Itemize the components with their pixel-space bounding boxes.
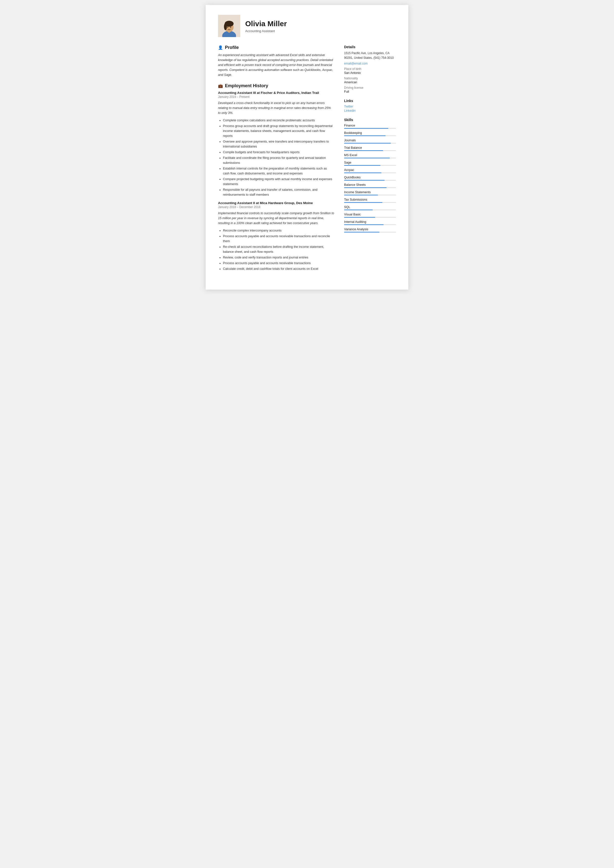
- skill-trial-balance: Trial Balance: [344, 146, 396, 151]
- list-item: Process accounts payable and accounts re…: [223, 261, 334, 266]
- skill-bar-bg: [344, 187, 396, 188]
- job-2: Accounting Assistant II at Mica Hardware…: [218, 201, 334, 271]
- skill-bar-fill: [344, 187, 387, 188]
- place-of-birth-label: Place of birth: [344, 67, 396, 71]
- skill-bar-bg: [344, 224, 396, 225]
- list-item: Oversee and approve payments, wire trans…: [223, 139, 334, 149]
- skill-bookkeeping: Bookkeeping: [344, 131, 396, 136]
- header-text: Olivia Miller Accounting Assistant: [245, 19, 287, 33]
- skill-sql: SQL: [344, 205, 396, 210]
- place-of-birth-value: San Antonio: [344, 71, 396, 74]
- list-item: Facilitate and coordinate the filing pro…: [223, 155, 334, 165]
- list-item: Process group accounts and draft group s…: [223, 124, 334, 138]
- details-title: Details: [344, 45, 396, 49]
- job-2-description: Implemented financial controls to succes…: [218, 211, 334, 226]
- skill-bar-bg: [344, 202, 396, 203]
- skill-bar-fill: [344, 158, 390, 158]
- detail-email: email@email.com: [344, 62, 396, 65]
- job-1: Accounting Assistant III at Fischer & Pr…: [218, 91, 334, 197]
- skill-journals: Journals: [344, 139, 396, 144]
- list-item: Process accounts payable and accounts re…: [223, 234, 334, 243]
- profile-icon: 👤: [218, 45, 223, 50]
- job-2-dates: January 2018 – December 2018: [218, 205, 334, 209]
- svg-point-8: [230, 27, 231, 28]
- skill-bar-fill: [344, 209, 373, 210]
- skill-bar-bg: [344, 135, 396, 136]
- skill-accpac: Accpac: [344, 168, 396, 173]
- skill-bar-bg: [344, 209, 396, 210]
- driving-license-label: Driving license: [344, 86, 396, 90]
- skill-bar-bg: [344, 172, 396, 173]
- svg-point-7: [227, 27, 228, 28]
- list-item: Compile budgets and forecasts for headqu…: [223, 150, 334, 155]
- skills-section: Skills Finance Bookkeeping Journals Tria…: [344, 118, 396, 232]
- resume-page: Olivia Miller Accounting Assistant 👤 Pro…: [206, 5, 408, 290]
- skill-bar-fill: [344, 165, 381, 166]
- skill-bar-fill: [344, 172, 381, 173]
- skill-bar-fill: [344, 217, 375, 218]
- list-item: Re-check all account reconciliations bef…: [223, 244, 334, 254]
- list-item: Establish internal controls for the prep…: [223, 166, 334, 176]
- skill-balance-sheets: Balance Sheets: [344, 183, 396, 188]
- profile-text: An experienced accounting assistant with…: [218, 53, 334, 78]
- skill-bar-bg: [344, 217, 396, 218]
- right-column: Details 1515 Pacific Ave, Los Angeles, C…: [344, 45, 396, 277]
- skill-quickbooks: QuickBooks: [344, 176, 396, 181]
- skill-bar-fill: [344, 180, 385, 181]
- skill-visual-basic: Visual Basic: [344, 213, 396, 218]
- skill-bar-bg: [344, 165, 396, 166]
- candidate-title: Accounting Assistant: [245, 29, 287, 33]
- skill-bar-fill: [344, 143, 391, 144]
- twitter-link[interactable]: Twitter: [344, 105, 396, 108]
- employment-icon: 💼: [218, 84, 223, 88]
- skill-bar-fill: [344, 135, 385, 136]
- details-section: Details 1515 Pacific Ave, Los Angeles, C…: [344, 45, 396, 93]
- skill-ms-excel: MS Excel: [344, 153, 396, 158]
- skill-sage: Sage: [344, 161, 396, 166]
- driving-license-value: Full: [344, 90, 396, 93]
- body-columns: 👤 Profile An experienced accounting assi…: [218, 45, 396, 277]
- links-title: Links: [344, 99, 396, 103]
- list-item: Responsible for all payruns and transfer…: [223, 187, 334, 197]
- skill-variance-analysis: Variance Analysis: [344, 228, 396, 232]
- job-2-title: Accounting Assistant II at Mica Hardware…: [218, 201, 334, 205]
- employment-section-title: 💼 Employment History: [218, 83, 334, 88]
- skill-bar-bg: [344, 158, 396, 158]
- skill-bar-bg: [344, 180, 396, 181]
- job-2-bullets: Reconcile complex intercompany accounts …: [218, 228, 334, 271]
- skill-bar-bg: [344, 150, 396, 151]
- skill-bar-bg: [344, 128, 396, 129]
- job-1-title: Accounting Assistant III at Fischer & Pr…: [218, 91, 334, 95]
- list-item: Complete complex calculations and reconc…: [223, 118, 334, 123]
- list-item: Reconcile complex intercompany accounts: [223, 228, 334, 233]
- list-item: Review, code and verify transaction repo…: [223, 255, 334, 260]
- nationality-value: American: [344, 81, 396, 84]
- avatar: [218, 15, 240, 37]
- job-1-description: Developed a cross-check functionality in…: [218, 101, 334, 115]
- linkedin-link[interactable]: Linkedin: [344, 109, 396, 112]
- skill-finance: Finance: [344, 124, 396, 129]
- skill-internal-auditing: Internal Auditing: [344, 220, 396, 225]
- skill-tax-submissions: Tax Submissions: [344, 198, 396, 203]
- skill-bar-fill: [344, 232, 379, 232]
- candidate-name: Olivia Miller: [245, 19, 287, 28]
- skill-bar-fill: [344, 128, 388, 129]
- list-item: Compare projected budgeting reports with…: [223, 177, 334, 186]
- job-1-bullets: Complete complex calculations and reconc…: [218, 118, 334, 197]
- detail-address: 1515 Pacific Ave, Los Angeles, CA 90291,…: [344, 51, 396, 60]
- skill-bar-fill: [344, 150, 383, 151]
- employment-section: 💼 Employment History Accounting Assistan…: [218, 83, 334, 271]
- skill-bar-bg: [344, 143, 396, 144]
- profile-section: 👤 Profile An experienced accounting assi…: [218, 45, 334, 78]
- nationality-label: Nationality: [344, 77, 396, 80]
- header: Olivia Miller Accounting Assistant: [218, 15, 396, 37]
- skill-bar-fill: [344, 202, 382, 203]
- left-column: 👤 Profile An experienced accounting assi…: [218, 45, 334, 277]
- skill-bar-bg: [344, 232, 396, 232]
- skills-title: Skills: [344, 118, 396, 122]
- job-1-dates: January 2019 – Present: [218, 95, 334, 99]
- links-section: Links Twitter Linkedin: [344, 99, 396, 112]
- list-item: Calculate credit, debit and cashflow tot…: [223, 267, 334, 271]
- profile-section-title: 👤 Profile: [218, 45, 334, 50]
- svg-point-6: [224, 23, 227, 30]
